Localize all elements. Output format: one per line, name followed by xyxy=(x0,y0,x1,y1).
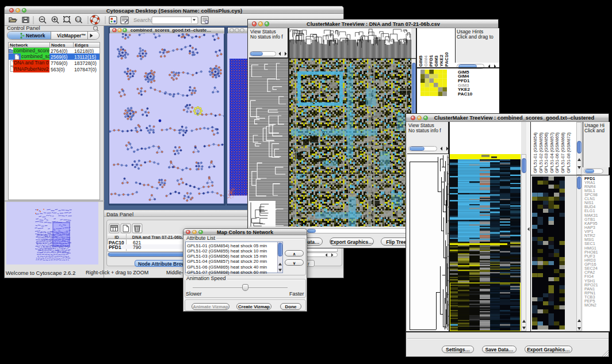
svg-text:Search:: Search: xyxy=(133,17,152,23)
